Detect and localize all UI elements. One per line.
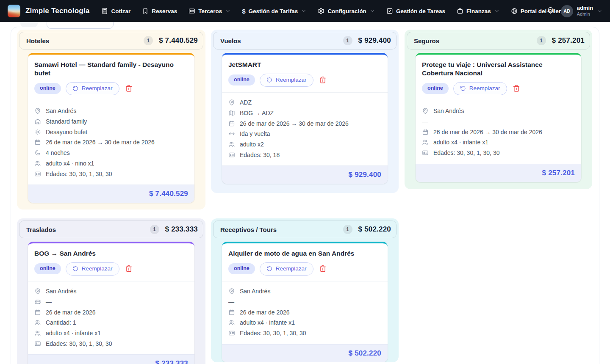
- detail-row: Edades: 30, 30, 1, 30, 30: [422, 148, 575, 158]
- brand[interactable]: Zimple Tecnología: [8, 5, 89, 17]
- detail-text: —: [422, 118, 428, 125]
- map-pin-icon: [34, 288, 41, 295]
- status-badge: online: [422, 83, 449, 94]
- detail-text: BOG → ADZ: [240, 110, 274, 116]
- trash-icon: [319, 76, 327, 84]
- section-hoteles: Hoteles 1 $ 7.440.529 Samawi Hotel — Sta…: [17, 30, 205, 210]
- section-title: Seguros: [414, 37, 537, 44]
- section-header: Seguros 1 $ 257.201: [407, 32, 590, 50]
- rotate-ccw-icon: [266, 77, 272, 83]
- detail-text: 26 de mar de 2026 → 30 de mar de 2026: [433, 129, 542, 135]
- nav-item-gestion-de-tareas[interactable]: Gestión de Tareas: [386, 8, 445, 14]
- gear-icon: [318, 8, 324, 14]
- users-icon: [228, 319, 235, 326]
- user-name: admin: [577, 5, 593, 11]
- nav-item-label: Terceros: [198, 8, 222, 14]
- detail-text: —: [46, 298, 52, 305]
- detail-row: Edades: 30, 30, 1, 30, 30: [228, 328, 381, 339]
- trash-icon: [125, 265, 133, 273]
- section-header: Hoteles 1 $ 7.440.529: [19, 32, 203, 50]
- section-title: Traslados: [26, 226, 150, 233]
- section-count-badge: 1: [343, 225, 352, 234]
- detail-text: San Andrés: [46, 108, 76, 114]
- delete-button[interactable]: [318, 75, 327, 85]
- nav-item-cotizar[interactable]: Cotizar: [101, 8, 130, 14]
- nav-item-finanzas[interactable]: Finanzas: [457, 8, 499, 14]
- map-pin-icon: [228, 288, 235, 295]
- detail-row: San Andrés: [422, 106, 575, 116]
- detail-row: adulto x4 · infante x1: [228, 317, 381, 328]
- replace-button-label: Reemplazar: [82, 265, 113, 273]
- detail-row: Edades: 30, 18: [228, 150, 381, 160]
- card-footer: $ 233.333: [28, 354, 194, 364]
- id-card-icon: [34, 171, 41, 177]
- replace-button[interactable]: Reemplazar: [66, 262, 119, 276]
- avatar: AD: [561, 5, 573, 17]
- section-seguros: Seguros 1 $ 257.201 Protege tu viaje : U…: [405, 30, 592, 189]
- nav-item-terceros[interactable]: Terceros: [189, 8, 230, 14]
- car-icon: [34, 298, 41, 305]
- rotate-ccw-icon: [72, 85, 78, 91]
- detail-row: Edades: 30, 30, 1, 30, 30: [34, 339, 188, 349]
- nav-item-gestion-de-tarifas[interactable]: $ Gestión de Tarifas: [242, 8, 306, 14]
- calendar-icon: [228, 309, 235, 316]
- map-pin-icon: [228, 99, 235, 106]
- replace-button[interactable]: Reemplazar: [453, 82, 507, 95]
- detail-text: San Andrés: [46, 288, 76, 295]
- item-title: Protege tu viaje : Universal Assistance …: [422, 61, 575, 77]
- detail-text: Edades: 30, 30, 1, 30, 30: [46, 171, 112, 177]
- rotate-ccw-icon: [460, 85, 466, 91]
- nav-item-label: Configuración: [327, 8, 366, 14]
- nav-item-reservas[interactable]: Reservas: [142, 8, 177, 14]
- detail-text: 26 de mar de 2026 → 30 de mar de 2026: [240, 120, 349, 127]
- status-badge: online: [34, 263, 61, 274]
- nav-menu: Cotizar Reservas Terceros $ Gestión de T…: [101, 8, 538, 14]
- detail-row: adulto x4 · infante x1: [34, 328, 188, 339]
- delete-button[interactable]: [124, 264, 133, 273]
- replace-button[interactable]: Reemplazar: [260, 262, 313, 276]
- replace-button[interactable]: Reemplazar: [260, 74, 313, 87]
- chevron-down-icon: [225, 8, 230, 14]
- replace-button-label: Reemplazar: [82, 85, 113, 92]
- detail-text: Edades: 30, 30, 1, 30, 30: [46, 340, 112, 347]
- section-total: $ 257.201: [552, 36, 585, 45]
- detail-row: 26 de mar de 2026 → 30 de mar de 2026: [422, 127, 575, 137]
- detail-text: Edades: 30, 18: [240, 152, 280, 158]
- users-icon: [422, 139, 429, 146]
- delete-button[interactable]: [512, 84, 521, 93]
- trash-icon: [319, 265, 327, 273]
- delete-button[interactable]: [318, 264, 327, 273]
- replace-button[interactable]: Reemplazar: [66, 82, 119, 95]
- delete-button[interactable]: [124, 84, 133, 93]
- nav-item-configuracion[interactable]: Configuración: [318, 8, 375, 14]
- detail-text: 26 de mar de 2026 → 30 de mar de 2026: [46, 139, 155, 146]
- section-total: $ 929.400: [358, 36, 391, 45]
- item-card: JetSMART online Reemplazar: [222, 53, 388, 184]
- detail-text: adulto x4 · nino x1: [46, 160, 94, 167]
- map-pin-icon: [422, 108, 429, 114]
- status-badge: online: [34, 83, 61, 94]
- detail-text: adulto x4 · infante x1: [433, 139, 488, 146]
- trash-icon: [125, 85, 133, 92]
- section-count-badge: 1: [150, 225, 159, 234]
- detail-row: —: [422, 116, 575, 127]
- detail-text: Standard family: [46, 118, 87, 125]
- id-card-icon: [34, 340, 41, 347]
- item-price: $ 502.220: [349, 349, 381, 357]
- detail-row: 26 de mar de 2026 → 30 de mar de 2026: [34, 137, 188, 148]
- section-traslados: Traslados 1 $ 233.333 BOG → San Andrés o…: [17, 218, 205, 364]
- detail-text: Edades: 30, 30, 1, 30, 30: [240, 330, 306, 336]
- notifications-button[interactable]: [546, 6, 555, 16]
- section-title: Receptivos / Tours: [220, 226, 343, 233]
- detail-row: adulto x4 · infante x1: [422, 137, 575, 148]
- globe-icon: [511, 8, 518, 14]
- replace-button-label: Reemplazar: [469, 85, 500, 92]
- moon-icon: [34, 149, 41, 156]
- item-title: BOG → San Andrés: [34, 249, 188, 258]
- brand-logo-image: [8, 5, 20, 17]
- item-price: $ 257.201: [542, 169, 575, 177]
- user-menu[interactable]: AD admin Admin: [561, 5, 602, 17]
- detail-row: 26 de mar de 2026: [34, 307, 188, 317]
- chevron-down-icon: [597, 8, 602, 14]
- replace-button-label: Reemplazar: [276, 77, 307, 84]
